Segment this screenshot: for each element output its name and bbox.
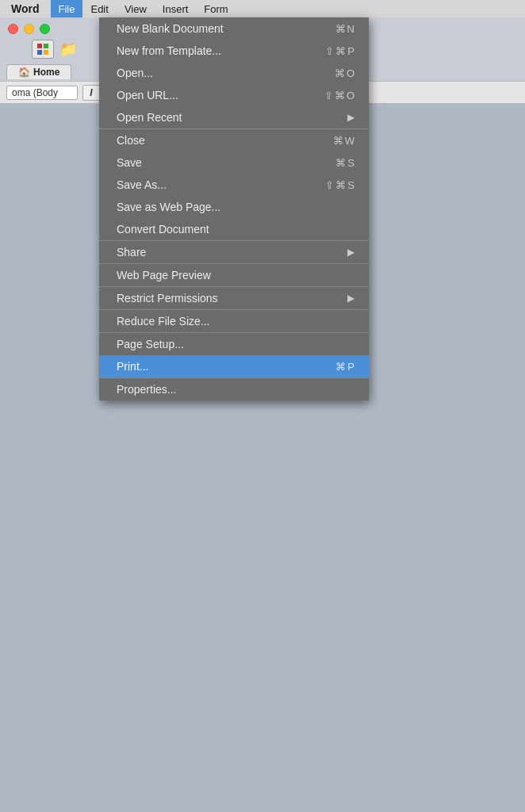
menu-item-save-as-label: Save As...	[117, 178, 167, 191]
menu-file[interactable]: File	[51, 0, 83, 17]
menu-item-reduce-label: Reduce File Size...	[117, 315, 210, 327]
home-icon: 🏠	[18, 67, 30, 78]
menu-item-new-blank-label: New Blank Document	[117, 22, 224, 35]
menu-item-save-web[interactable]: Save as Web Page...	[99, 196, 369, 218]
close-button[interactable]	[8, 24, 18, 34]
svg-rect-2	[37, 50, 42, 55]
minimize-button[interactable]	[24, 24, 34, 34]
menu-item-close-label: Close	[117, 134, 145, 147]
menu-format[interactable]: Form	[196, 0, 236, 17]
submenu-arrow-share: ▶	[347, 247, 354, 258]
toolbar-grid-icon[interactable]	[32, 40, 54, 59]
menu-item-save-web-label: Save as Web Page...	[117, 201, 220, 213]
svg-rect-1	[44, 44, 48, 48]
menu-section-reduce: Reduce File Size...	[99, 310, 369, 333]
menu-item-close[interactable]: Close ⌘W	[99, 129, 369, 151]
maximize-button[interactable]	[40, 24, 50, 34]
menu-section-save: Close ⌘W Save ⌘S Save As... ⇧⌘S Save as …	[99, 129, 369, 241]
submenu-arrow-open-recent: ▶	[347, 112, 354, 123]
menu-item-convert-label: Convert Document	[117, 223, 209, 236]
menu-item-save-label: Save	[117, 156, 142, 169]
menu-section-new: New Blank Document ⌘N New from Template.…	[99, 17, 369, 129]
menu-item-new-template-label: New from Template...	[117, 44, 221, 57]
menu-item-web-preview[interactable]: Web Page Preview	[99, 264, 369, 286]
menu-item-open-shortcut: ⌘O	[335, 67, 354, 79]
menu-item-reduce[interactable]: Reduce File Size...	[99, 310, 369, 332]
menu-item-save[interactable]: Save ⌘S	[99, 151, 369, 174]
menu-section-permissions: Restrict Permissions ▶	[99, 287, 369, 310]
menu-item-open-label: Open...	[117, 67, 153, 79]
toolbar-row: 📁	[32, 40, 79, 59]
menu-item-new-template[interactable]: New from Template... ⇧⌘P	[99, 40, 369, 62]
menu-item-print[interactable]: Print... ⌘P	[99, 355, 369, 377]
menu-item-share[interactable]: Share ▶	[99, 241, 369, 263]
menu-section-preview: Web Page Preview	[99, 264, 369, 287]
menu-item-save-shortcut: ⌘S	[335, 157, 354, 169]
tab-home[interactable]: 🏠 Home	[6, 64, 71, 79]
folder-icon[interactable]: 📁	[57, 40, 79, 59]
menu-item-new-blank[interactable]: New Blank Document ⌘N	[99, 17, 369, 40]
menu-item-properties-label: Properties...	[117, 383, 176, 396]
menu-item-close-shortcut: ⌘W	[333, 135, 354, 147]
menu-item-save-as[interactable]: Save As... ⇧⌘S	[99, 174, 369, 196]
menu-item-new-blank-shortcut: ⌘N	[335, 23, 354, 35]
menu-item-properties[interactable]: Properties...	[99, 378, 369, 400]
menu-item-restrict-label: Restrict Permissions	[117, 292, 218, 304]
menu-item-open-url[interactable]: Open URL... ⇧⌘O	[99, 84, 369, 106]
menu-item-open[interactable]: Open... ⌘O	[99, 62, 369, 84]
menu-bar: Word File Edit View Insert Form	[0, 0, 525, 17]
menu-insert[interactable]: Insert	[155, 0, 197, 17]
svg-rect-0	[37, 44, 42, 48]
menu-view[interactable]: View	[117, 0, 155, 17]
menu-item-open-recent-label: Open Recent	[117, 111, 182, 124]
menu-item-restrict[interactable]: Restrict Permissions ▶	[99, 287, 369, 309]
traffic-lights	[8, 24, 50, 34]
menu-item-open-url-shortcut: ⇧⌘O	[324, 90, 354, 102]
font-name-display[interactable]: oma (Body	[6, 86, 78, 100]
menu-section-share: Share ▶	[99, 241, 369, 264]
menu-section-properties: Properties...	[99, 378, 369, 400]
tab-home-label: Home	[33, 67, 59, 78]
menu-section-print: Page Setup... Print... ⌘P	[99, 333, 369, 378]
italic-button[interactable]: I	[82, 85, 100, 101]
menu-item-share-label: Share	[117, 246, 146, 259]
menu-item-web-preview-label: Web Page Preview	[117, 269, 211, 282]
svg-rect-3	[44, 50, 48, 55]
menu-item-page-setup[interactable]: Page Setup...	[99, 333, 369, 355]
menu-item-page-setup-label: Page Setup...	[117, 338, 184, 350]
menu-item-convert[interactable]: Convert Document	[99, 218, 369, 240]
menu-item-save-as-shortcut: ⇧⌘S	[325, 179, 354, 191]
menu-item-new-template-shortcut: ⇧⌘P	[325, 45, 354, 57]
menu-item-open-recent[interactable]: Open Recent ▶	[99, 106, 369, 128]
submenu-arrow-restrict: ▶	[347, 293, 354, 304]
app-name: Word	[0, 0, 51, 17]
file-menu: New Blank Document ⌘N New from Template.…	[99, 17, 369, 400]
menu-edit[interactable]: Edit	[82, 0, 116, 17]
menu-item-open-url-label: Open URL...	[117, 89, 178, 102]
menu-item-print-label: Print...	[117, 360, 148, 373]
menu-item-print-shortcut: ⌘P	[335, 361, 354, 373]
